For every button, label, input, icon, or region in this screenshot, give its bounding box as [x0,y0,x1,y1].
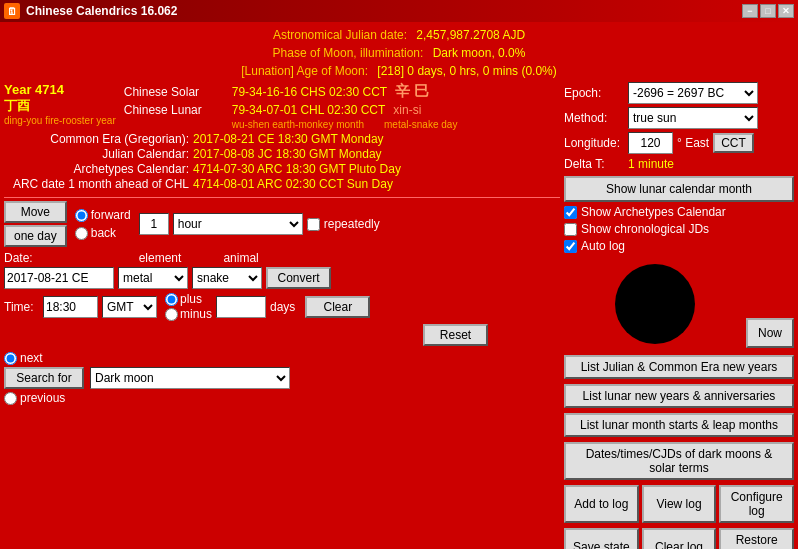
common-label: Common Era (Gregorian): [4,132,189,146]
solar-extra: 辛 巳 [395,82,429,101]
maximize-button[interactable]: □ [760,4,776,18]
element-form-label: element [139,251,182,265]
save-state-button[interactable]: Save state [564,528,639,549]
plus-label: plus [180,292,202,306]
minus-label: minus [180,307,212,321]
year-label: Year 4714 [4,82,116,97]
restore-state-button[interactable]: Restore state [719,528,794,549]
forward-label: forward [91,208,131,222]
repeatedly-checkbox[interactable] [307,218,320,231]
next-label: next [20,351,43,365]
year-chinese: 丁酉 [4,97,116,115]
julian-value: 2,457,987.2708 AJD [416,28,525,42]
reset-button[interactable]: Reset [423,324,488,346]
year-sub: ding-you fire-rooster year [4,115,116,126]
julian-cal-value: 2017-08-08 JC 18:30 GMT Monday [193,147,382,161]
right-panel: Epoch: -2696 = 2697 BC Method: true sun … [564,82,794,549]
time-label: Time: [4,300,39,314]
lunar-extra: xin-si [393,103,421,117]
lunar-sub1: wu-shen earth-monkey month [232,119,364,130]
lunar-sub2: metal-snake day [384,119,457,130]
minus-radio[interactable] [165,308,178,321]
clear-log-button[interactable]: Clear log [642,528,717,549]
one-day-button[interactable]: one day [4,225,67,247]
date-form-label: Date: [4,251,33,265]
clear-button[interactable]: Clear [305,296,370,318]
dark-moon-select[interactable]: Dark moon Full moon Sunrise Sunset [90,367,290,389]
delta-t-label: Delta T: [564,157,624,171]
list-lunar-button[interactable]: List lunar new years & anniversaries [564,384,794,408]
date-input[interactable] [4,267,114,289]
show-chronological-checkbox[interactable] [564,223,577,236]
show-archetypes-checkbox[interactable] [564,206,577,219]
back-label: back [91,226,116,240]
top-info-bar: Astronomical Julian date: 2,457,987.2708… [4,26,794,80]
days-input[interactable] [216,296,266,318]
app-icon: 🗓 [4,3,20,19]
main-content: Astronomical Julian date: 2,457,987.2708… [0,22,798,549]
epoch-select[interactable]: -2696 = 2697 BC [628,82,758,104]
add-to-log-button[interactable]: Add to log [564,485,639,523]
minimize-button[interactable]: − [742,4,758,18]
list-lunar-month-button[interactable]: List lunar month starts & leap months [564,413,794,437]
app-title: Chinese Calendrics 16.062 [26,4,742,18]
cct-button[interactable]: CCT [713,133,754,153]
era-section: Common Era (Gregorian): 2017-08-21 CE 18… [4,132,560,192]
solar-label: Chinese Solar [124,85,224,99]
auto-log-checkbox[interactable] [564,240,577,253]
amount-input[interactable] [139,213,169,235]
plus-radio[interactable] [165,293,178,306]
timezone-select[interactable]: GMT CCT [102,296,157,318]
phase-label: Phase of Moon, illumination: [273,46,424,60]
epoch-label: Epoch: [564,86,624,100]
now-button[interactable]: Now [746,318,794,348]
previous-radio[interactable] [4,392,17,405]
back-radio[interactable] [75,227,88,240]
show-chronological-label: Show chronological JDs [581,222,709,236]
arc-value: 4714-08-01 ARC 02:30 CCT Sun Day [193,177,393,191]
search-for-button[interactable]: Search for [4,367,84,389]
title-bar: 🗓 Chinese Calendrics 16.062 − □ ✕ [0,0,798,22]
list-julian-button[interactable]: List Julian & Common Era new years [564,355,794,379]
next-radio[interactable] [4,352,17,365]
lunar-label: Chinese Lunar [124,103,224,117]
previous-label: previous [20,391,65,405]
longitude-input[interactable] [628,132,673,154]
solar-value: 79-34-16-16 CHS 02:30 CCT [232,85,387,99]
configure-log-button[interactable]: Configure log [719,485,794,523]
auto-log-label: Auto log [581,239,625,253]
julian-cal-label: Julian Calendar: [4,147,189,161]
days-label: days [270,300,295,314]
body-area: Year 4714 丁酉 ding-you fire-rooster year … [4,82,794,549]
julian-label: Astronomical Julian date: [273,28,407,42]
method-select[interactable]: true sun mean sun [628,107,758,129]
left-panel: Year 4714 丁酉 ding-you fire-rooster year … [4,82,560,549]
repeatedly-label: repeatedly [324,217,380,231]
lunation-label: [Lunation] Age of Moon: [241,64,368,78]
forward-radio[interactable] [75,209,88,222]
lunation-value: [218] 0 days, 0 hrs, 0 mins (0.0%) [377,64,556,78]
unit-select[interactable]: hour day week month year [173,213,303,235]
element-select[interactable]: metal wood fire earth water [118,267,188,289]
common-value: 2017-08-21 CE 18:30 GMT Monday [193,132,384,146]
archetypes-value: 4714-07-30 ARC 18:30 GMT Pluto Day [193,162,401,176]
longitude-label: Longitude: [564,136,624,150]
show-archetypes-label: Show Archetypes Calendar [581,205,726,219]
move-button[interactable]: Move [4,201,67,223]
phase-value: Dark moon, 0.0% [433,46,526,60]
close-button[interactable]: ✕ [778,4,794,18]
show-lunar-button[interactable]: Show lunar calendar month [564,176,794,202]
method-label: Method: [564,111,624,125]
animal-form-label: animal [223,251,258,265]
dates-dark-button[interactable]: Dates/times/CJDs of dark moons & solar t… [564,442,794,480]
moon-display [615,264,695,344]
arc-label: ARC date 1 month ahead of CHL [4,177,189,191]
delta-t-value: 1 minute [628,157,674,171]
archetypes-label: Archetypes Calendar: [4,162,189,176]
animal-select[interactable]: snake rat ox tiger rabbit dragon horse g… [192,267,262,289]
window-controls: − □ ✕ [742,4,794,18]
lunar-value: 79-34-07-01 CHL 02:30 CCT [232,103,386,117]
time-input[interactable] [43,296,98,318]
convert-button[interactable]: Convert [266,267,331,289]
view-log-button[interactable]: View log [642,485,717,523]
